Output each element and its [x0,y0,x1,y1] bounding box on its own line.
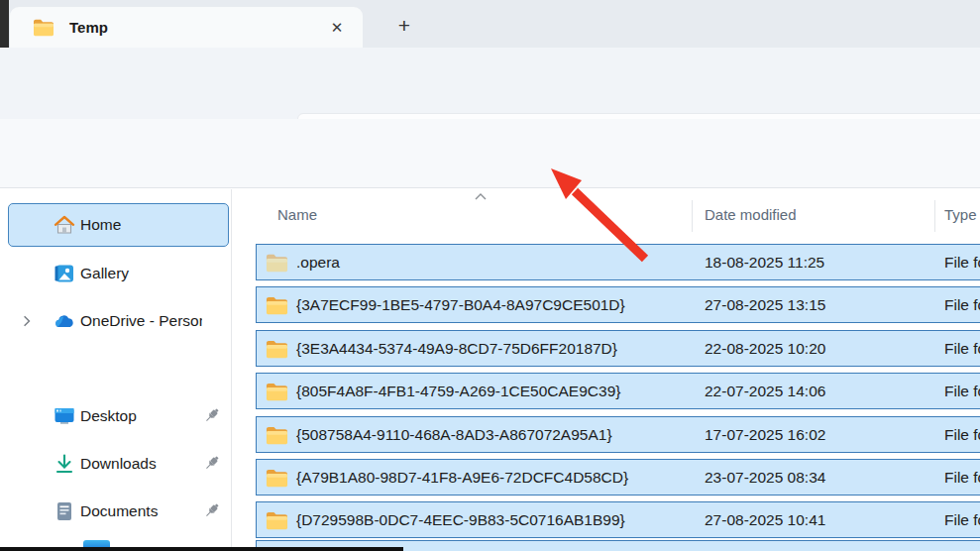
screen-edge-artifact [0,0,9,50]
sidebar-item-label: Home [80,216,202,234]
sidebar-item-onedrive[interactable]: OneDrive - Personal [8,299,229,343]
onedrive-icon [53,309,76,333]
sidebar-item-label: OneDrive - Personal [80,312,202,330]
file-name: .opera [296,254,340,272]
file-date-modified: 22-07-2025 14:06 [705,383,825,400]
home-icon [53,213,76,237]
sidebar-item-label: Downloads [80,455,202,473]
sidebar-item-gallery[interactable]: Gallery [8,252,229,295]
file-date-modified: 17-07-2025 16:02 [705,426,825,444]
expand-chevron-icon[interactable] [17,315,37,327]
file-name: {3A7ECF99-1BE5-4797-B0A4-8A97C9CE501D} [296,296,625,314]
folder-icon [266,294,288,317]
folder-icon [32,18,55,38]
file-date-modified: 23-07-2025 08:34 [705,469,825,487]
folder-icon [266,467,288,490]
file-explorer-window: Temp ✕ + ›User›AppData›Local›Temp› Ne [0,0,980,551]
column-header-date-modified[interactable]: Date modified [705,206,797,223]
file-type: File folder [944,426,980,444]
folder-icon [266,381,288,403]
sidebar-item-documents[interactable]: Documents [8,490,229,533]
table-row[interactable]: {3E3A4434-5374-49A9-8CD7-75D6FF20187D}22… [256,330,980,367]
screen-edge-artifact [0,547,403,551]
navigation-pane: HomeGalleryOneDrive - PersonalDesktopDow… [0,189,231,551]
file-date-modified: 27-08-2025 13:15 [705,296,825,314]
file-type: File folder [944,340,980,358]
sidebar-item-downloads[interactable]: Downloads [8,442,229,486]
file-type: File folder [944,469,980,487]
file-name: {3E3A4434-5374-49A9-8CD7-75D6FF20187D} [296,340,617,358]
column-header-type[interactable]: Type [944,206,977,223]
downloads-icon [53,452,76,476]
sort-ascending-caret-icon [474,192,488,201]
file-type: File folder [944,296,980,314]
folder-icon [266,424,288,447]
table-row[interactable]: {A79B1A80-98D7-41F8-A9E6-72DCFC4D58CD}23… [256,459,980,496]
column-header-row: Name Date modified Type [232,194,980,236]
file-list-pane: Name Date modified Type .opera18-08-2025… [232,189,980,551]
file-type: File folder [944,383,980,400]
file-type: File folder [944,254,980,272]
pin-icon [202,500,224,522]
table-row[interactable]: .opera18-08-2025 11:25File folder [256,244,980,280]
sidebar-item-label: Documents [80,502,202,520]
pin-icon [202,453,224,475]
folder-icon [266,338,288,361]
file-name: {508758A4-9110-468A-8AD3-A867072A95A1} [296,426,612,444]
pin-icon [202,405,224,427]
sidebar-item-label: Desktop [80,407,202,425]
gallery-icon [53,262,76,285]
file-name: {D729598B-0DC7-4EEC-9B83-5C0716AB1B99} [296,511,625,529]
command-bar: New Sort View [0,119,980,188]
file-type: File folder [944,511,980,529]
table-row[interactable]: {D729598B-0DC7-4EEC-9B83-5C0716AB1B99}27… [256,501,980,538]
sidebar-item-desktop[interactable]: Desktop [8,394,229,438]
sidebar-item-home[interactable]: Home [8,203,229,247]
folder-icon [266,252,288,275]
navigation-bar: ›User›AppData›Local›Temp› [0,48,980,119]
tab-bar: Temp ✕ + [0,0,980,48]
documents-icon [53,499,76,523]
file-date-modified: 27-08-2025 10:41 [705,511,825,529]
table-row[interactable]: {805F4A8F-4FB1-4759-A269-1CE50CAE9C39}22… [256,373,980,409]
table-row[interactable]: {3A7ECF99-1BE5-4797-B0A4-8A97C9CE501D}27… [256,286,980,323]
tab-close-icon[interactable]: ✕ [325,16,349,40]
desktop-icon [53,404,76,428]
sidebar-item-label: Gallery [80,265,202,282]
tab-title: Temp [69,19,325,36]
column-separator[interactable] [692,200,693,232]
new-tab-button[interactable]: + [388,12,420,40]
file-name: {A79B1A80-98D7-41F8-A9E6-72DCFC4D58CD} [296,469,628,487]
file-date-modified: 22-08-2025 10:20 [705,340,825,358]
file-date-modified: 18-08-2025 11:25 [705,254,824,272]
column-header-name[interactable]: Name [277,206,317,223]
tab-temp[interactable]: Temp ✕ [10,7,363,48]
table-row[interactable]: {508758A4-9110-468A-8AD3-A867072A95A1}17… [256,416,980,453]
file-name: {805F4A8F-4FB1-4759-A269-1CE50CAE9C39} [296,383,620,400]
folder-icon [266,509,288,532]
column-separator[interactable] [934,200,935,232]
